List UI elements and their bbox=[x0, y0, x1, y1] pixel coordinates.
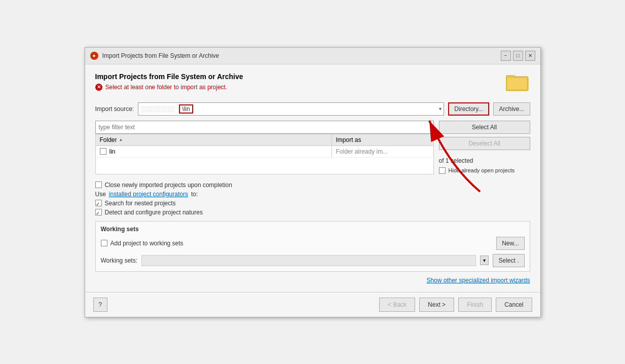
new-button[interactable]: New... bbox=[496, 237, 524, 250]
add-working-sets-row: Add project to working sets bbox=[101, 240, 183, 247]
folder-row-name: lin bbox=[96, 146, 332, 157]
hide-projects-label: Hide already open projects bbox=[449, 167, 515, 173]
cancel-button[interactable]: Cancel bbox=[496, 298, 532, 312]
select-all-button[interactable]: Select All bbox=[439, 121, 530, 134]
use-configurators-row: Use installed project configurators to: bbox=[95, 191, 530, 198]
path-highlighted: \lin bbox=[179, 104, 193, 114]
add-working-sets-checkbox[interactable] bbox=[101, 240, 107, 246]
import-source-row: Import source: ░░░░░░░░ \lin ▾ Directory… bbox=[95, 102, 530, 116]
table-row[interactable]: lin Folder already im... bbox=[96, 146, 433, 158]
working-sets-title: Working sets bbox=[101, 226, 525, 233]
use-label: Use bbox=[95, 191, 106, 198]
col-importas: Import as bbox=[332, 134, 433, 145]
sort-icon: ▲ bbox=[119, 137, 123, 142]
back-button[interactable]: < Back bbox=[379, 298, 415, 312]
col-folder: Folder ▲ bbox=[96, 134, 332, 145]
right-panel: Select All Deselect All of 1 selected Hi… bbox=[439, 121, 530, 174]
show-wizards-anchor[interactable]: Show other specialized import wizards bbox=[426, 277, 530, 284]
help-button[interactable]: ? bbox=[93, 298, 107, 312]
error-message: Select at least one folder to import as … bbox=[105, 84, 228, 91]
working-sets-input-row: Working sets: ▾ Select . bbox=[101, 254, 525, 267]
add-working-sets-label: Add project to working sets bbox=[111, 240, 183, 247]
selected-info: of 1 selected bbox=[439, 153, 530, 164]
dropdown-ws-icon[interactable]: ▾ bbox=[480, 256, 489, 265]
directory-button[interactable]: Directory... bbox=[448, 102, 489, 116]
import-as-value: Folder already im... bbox=[336, 148, 388, 155]
detect-natures-row: Detect and configure project natures bbox=[95, 209, 530, 216]
options-section: Close newly imported projects upon compl… bbox=[95, 181, 530, 216]
table-header: Folder ▲ Import as bbox=[96, 134, 433, 146]
path-grayed: ░░░░░░░░ bbox=[140, 105, 175, 113]
filter-input[interactable] bbox=[95, 121, 434, 134]
close-projects-label: Close newly imported projects upon compl… bbox=[105, 181, 232, 189]
import-source-label: Import source: bbox=[95, 105, 134, 113]
next-button[interactable]: Next > bbox=[419, 298, 454, 312]
dialog-main-title: Import Projects from File System or Arch… bbox=[95, 72, 243, 81]
folder-table: Folder ▲ Import as lin bbox=[95, 134, 434, 174]
working-sets-label: Working sets: bbox=[101, 257, 137, 264]
hide-projects-checkbox[interactable] bbox=[439, 167, 446, 174]
show-wizards-link: Show other specialized import wizards bbox=[95, 277, 530, 284]
main-content: Folder ▲ Import as lin bbox=[95, 121, 530, 174]
working-sets-input[interactable] bbox=[141, 255, 476, 266]
hide-projects-row: Hide already open projects bbox=[439, 167, 530, 174]
configurators-link[interactable]: installed project configurators bbox=[109, 191, 188, 198]
archive-button[interactable]: Archive... bbox=[493, 102, 530, 116]
folder-row-importas: Folder already im... bbox=[332, 146, 433, 157]
dialog-footer: ? < Back Next > Finish Cancel bbox=[85, 292, 540, 317]
close-button[interactable]: ✕ bbox=[525, 51, 535, 61]
search-nested-label: Search for nested projects bbox=[105, 200, 176, 207]
title-bar: ● Import Projects from File System or Ar… bbox=[85, 48, 540, 64]
working-sets-section: Working sets Add project to working sets… bbox=[95, 221, 530, 272]
deselect-all-button[interactable]: Deselect All bbox=[439, 137, 530, 150]
app-icon: ● bbox=[90, 52, 98, 60]
minimize-button[interactable]: − bbox=[501, 51, 511, 61]
maximize-button[interactable]: □ bbox=[513, 51, 523, 61]
use-suffix: to: bbox=[191, 191, 198, 198]
row-checkbox[interactable] bbox=[100, 148, 106, 155]
detect-natures-label: Detect and configure project natures bbox=[105, 209, 203, 216]
finish-button[interactable]: Finish bbox=[458, 298, 492, 312]
select-button[interactable]: Select . bbox=[493, 254, 524, 267]
import-source-input[interactable]: ░░░░░░░░ \lin ▾ bbox=[138, 102, 444, 116]
footer-buttons: < Back Next > Finish Cancel bbox=[379, 298, 532, 312]
folder-name: lin bbox=[109, 148, 116, 155]
svg-rect-2 bbox=[507, 78, 527, 90]
folder-icon bbox=[506, 72, 530, 94]
search-nested-row: Search for nested projects bbox=[95, 200, 530, 207]
close-projects-row: Close newly imported projects upon compl… bbox=[95, 181, 530, 189]
detect-natures-checkbox[interactable] bbox=[95, 209, 102, 215]
error-icon: ✕ bbox=[95, 84, 102, 91]
dropdown-arrow-icon[interactable]: ▾ bbox=[439, 106, 442, 112]
close-projects-checkbox[interactable] bbox=[95, 181, 102, 188]
window-title: Import Projects from File System or Arch… bbox=[102, 52, 219, 59]
search-nested-checkbox[interactable] bbox=[95, 200, 102, 206]
